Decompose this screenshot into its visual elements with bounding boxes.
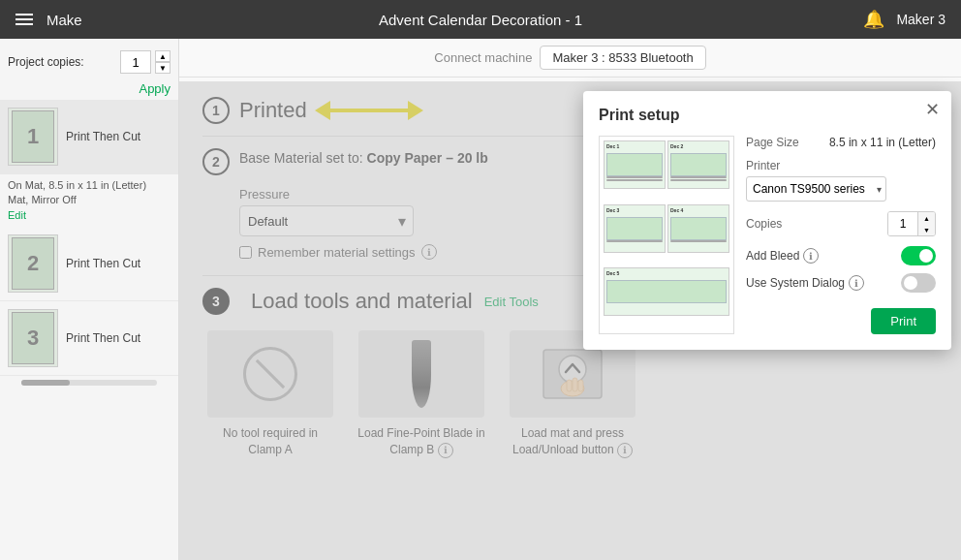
main-layout: Project copies: ▲ ▼ Apply 1 Print Then C… xyxy=(0,39,961,560)
copies-down-button[interactable]: ▼ xyxy=(155,62,170,74)
mat-bg-2: 2 xyxy=(12,237,54,290)
project-copies-header: Project copies: ▲ ▼ xyxy=(0,47,178,81)
connect-bar: Connect machine Maker 3 : 8533 Bluetooth xyxy=(179,39,961,78)
sidebar-item-2[interactable]: 2 Print Then Cut xyxy=(0,227,178,301)
modal-close-button[interactable]: ✕ xyxy=(925,99,940,120)
mat-info: On Mat, 8.5 in x 11 in (Letter) xyxy=(8,178,170,193)
mat-bg-1: 1 xyxy=(12,110,54,163)
modal-preview: Dec 1 Dec 2 xyxy=(599,136,734,334)
hamburger-icon xyxy=(16,14,33,25)
thumbnail-2: 2 xyxy=(8,234,58,293)
modal-title: Print setup xyxy=(599,107,936,124)
sidebar-item-info-1: Print Then Cut xyxy=(66,129,140,145)
print-button[interactable]: Print xyxy=(871,308,936,334)
copies-spinner-buttons: ▲ ▼ xyxy=(917,212,935,235)
copies-increment-button[interactable]: ▲ xyxy=(917,212,935,224)
sidebar-scrollbar xyxy=(0,376,178,389)
system-dialog-row: Use System Dialog ℹ xyxy=(746,273,936,293)
copies-control: ▲ ▼ xyxy=(120,50,170,74)
preview-card-4: Dec 4 xyxy=(667,204,729,253)
notification-bell-icon[interactable]: 🔔 xyxy=(863,9,884,30)
sidebar-item-info-3: Print Then Cut xyxy=(66,330,140,347)
add-bleed-info-icon[interactable]: ℹ xyxy=(803,248,819,264)
mat-info-2: Mat, Mirror Off xyxy=(8,193,170,207)
menu-button[interactable]: Make xyxy=(16,12,82,28)
thumbnail-1: 1 xyxy=(8,108,58,166)
system-dialog-toggle[interactable] xyxy=(901,273,936,293)
preview-card-5: Dec 5 xyxy=(604,267,729,316)
edit-link-1[interactable]: Edit xyxy=(8,209,26,221)
document-title: Advent Calendar Decoration - 1 xyxy=(379,12,582,28)
printer-select-wrapper: Canon TS9500 series xyxy=(746,176,886,202)
copies-decrement-button[interactable]: ▼ xyxy=(917,224,935,235)
scrollbar-track xyxy=(21,380,157,386)
add-bleed-label: Add Bleed ℹ xyxy=(746,248,819,264)
print-setup-modal: ✕ Print setup Dec 1 xyxy=(583,91,951,350)
modal-overlay: ✕ Print setup Dec 1 xyxy=(179,81,961,560)
copies-input[interactable] xyxy=(120,50,151,74)
printer-row: Printer Canon TS9500 series xyxy=(746,159,936,202)
add-bleed-toggle[interactable] xyxy=(901,246,936,265)
copies-label: Copies xyxy=(746,217,782,231)
sidebar: Project copies: ▲ ▼ Apply 1 Print Then C… xyxy=(0,39,179,560)
content-area: Connect machine Maker 3 : 8533 Bluetooth… xyxy=(179,39,961,560)
machine-badge[interactable]: Maker 3 : 8533 Bluetooth xyxy=(540,46,705,70)
user-label: Maker 3 xyxy=(896,12,946,27)
sidebar-item-label-1: Print Then Cut xyxy=(66,129,140,145)
page-size-row: Page Size 8.5 in x 11 in (Letter) xyxy=(746,136,936,149)
sidebar-item-label-2: Print Then Cut xyxy=(66,256,140,272)
system-dialog-label: Use System Dialog ℹ xyxy=(746,275,864,291)
sidebar-item-info-2: Print Then Cut xyxy=(66,256,140,272)
project-copies-label: Project copies: xyxy=(8,55,84,69)
header: Make Advent Calendar Decoration - 1 🔔 Ma… xyxy=(0,0,961,39)
modal-settings: Page Size 8.5 in x 11 in (Letter) Printe… xyxy=(746,136,936,334)
connect-label: Connect machine xyxy=(434,50,532,65)
modal-body: Dec 1 Dec 2 xyxy=(599,136,936,334)
sidebar-item-meta-1: On Mat, 8.5 in x 11 in (Letter) Mat, Mir… xyxy=(0,174,178,227)
preview-card-3: Dec 3 xyxy=(604,204,666,253)
printer-select[interactable]: Canon TS9500 series xyxy=(746,176,886,202)
preview-card-2: Dec 2 xyxy=(667,140,729,189)
sidebar-item-3[interactable]: 3 Print Then Cut xyxy=(0,301,178,376)
modal-copies-input[interactable] xyxy=(888,212,917,235)
printer-label: Printer xyxy=(746,159,780,172)
copies-up-button[interactable]: ▲ xyxy=(155,50,170,62)
header-right: 🔔 Maker 3 xyxy=(863,9,946,30)
sidebar-item-label-3: Print Then Cut xyxy=(66,330,140,347)
scrollbar-thumb xyxy=(21,380,70,386)
copies-row: Copies ▲ ▼ xyxy=(746,211,936,236)
add-bleed-row: Add Bleed ℹ xyxy=(746,246,936,265)
preview-card-1: Dec 1 xyxy=(604,140,666,189)
system-dialog-info-icon[interactable]: ℹ xyxy=(849,275,864,291)
make-label: Make xyxy=(46,12,82,28)
thumbnail-3: 3 xyxy=(8,309,58,367)
apply-button[interactable]: Apply xyxy=(0,81,178,96)
page-size-value: 8.5 in x 11 in (Letter) xyxy=(829,136,936,149)
copies-spinner: ▲ ▼ xyxy=(887,211,936,236)
page-size-label: Page Size xyxy=(746,136,799,149)
copies-arrows: ▲ ▼ xyxy=(155,50,170,74)
mat-bg-3: 3 xyxy=(12,312,54,364)
sidebar-item-1[interactable]: 1 Print Then Cut xyxy=(0,100,178,174)
